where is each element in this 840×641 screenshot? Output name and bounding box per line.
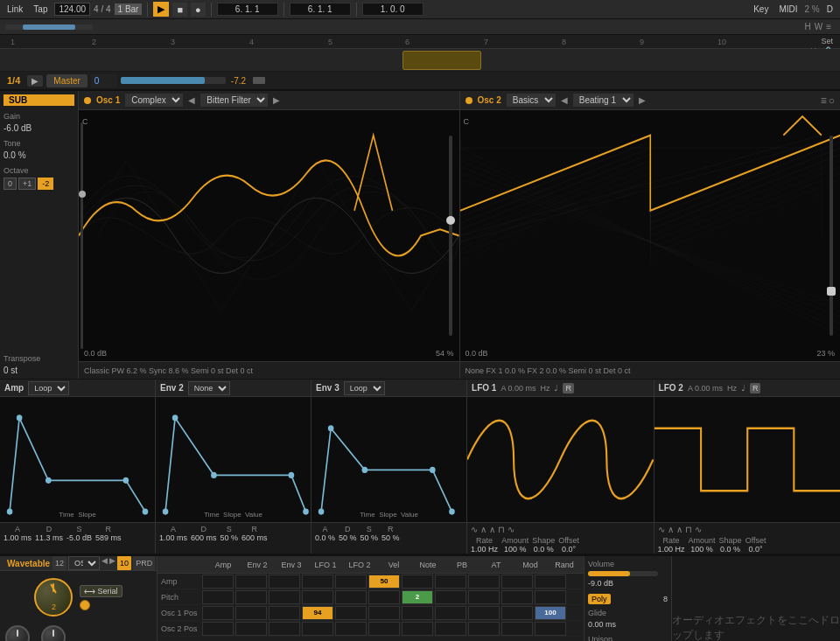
osc1-arrow-left[interactable]: ◀: [188, 95, 195, 105]
lfo1-shape-sine[interactable]: ∿: [471, 525, 478, 534]
osc2-vert-slider[interactable]: [830, 136, 833, 337]
cell-osc2-0[interactable]: [202, 622, 234, 636]
tone-value[interactable]: 0.0 %: [4, 150, 74, 160]
osc1-display[interactable]: 0.0 dB 54 % C: [79, 110, 459, 361]
h-button[interactable]: H: [804, 22, 810, 31]
wt-main-knob[interactable]: 2: [34, 578, 73, 617]
lfo2-shape-tri[interactable]: ∧: [668, 525, 674, 534]
cell-pitch-10[interactable]: [535, 590, 566, 604]
cell-osc2-1[interactable]: [235, 622, 267, 636]
lfo1-sync-btn[interactable]: ♩: [554, 383, 558, 393]
cell-osc1-8[interactable]: [468, 606, 500, 620]
transpose-value[interactable]: 0 st: [4, 366, 74, 375]
osc1-left-slider[interactable]: [80, 122, 83, 348]
cell-osc2-2[interactable]: [269, 622, 300, 636]
env3-loop-select[interactable]: Loop: [344, 381, 385, 395]
lfo2-shape-custom[interactable]: ∿: [695, 525, 702, 534]
wt-arrow-left[interactable]: ◀: [102, 556, 108, 570]
sub-label[interactable]: SUB: [4, 94, 74, 106]
cell-pitch-1[interactable]: [235, 590, 267, 604]
midi-label[interactable]: MIDI: [775, 3, 801, 15]
cell-osc2-9[interactable]: [501, 622, 533, 636]
lfo2-display[interactable]: [654, 397, 840, 522]
cell-amp-10[interactable]: [535, 575, 566, 589]
cell-osc2-6[interactable]: [402, 622, 433, 636]
cell-osc1-9[interactable]: [501, 606, 533, 620]
cell-amp-9[interactable]: [501, 575, 533, 589]
osc1-vert-slider[interactable]: [449, 136, 452, 337]
record-button[interactable]: ●: [191, 3, 206, 17]
volume-slider[interactable]: [588, 571, 658, 576]
bpm-display[interactable]: 124.00: [54, 3, 90, 16]
position-display2[interactable]: 6. 1. 1: [290, 3, 351, 16]
osc2-type-select[interactable]: Basics: [507, 94, 556, 107]
wt-mode-led[interactable]: [80, 600, 90, 610]
cell-amp-1[interactable]: [235, 575, 267, 589]
position-display3[interactable]: 1. 0. 0: [362, 3, 424, 16]
wt-12-btn[interactable]: 12: [52, 556, 66, 570]
play-button[interactable]: ▶: [153, 2, 169, 17]
db-val1[interactable]: 0: [91, 74, 117, 87]
cell-amp-0[interactable]: [202, 575, 234, 589]
lfo1-display[interactable]: [467, 397, 653, 522]
res-knob[interactable]: [5, 625, 30, 641]
osc1-label[interactable]: Osc 1: [96, 95, 120, 105]
poly-btn[interactable]: Poly: [588, 594, 611, 604]
osc2-arrow-right[interactable]: ▶: [639, 95, 646, 105]
menu-button[interactable]: ≡: [826, 22, 831, 31]
oct-1-btn[interactable]: +1: [18, 178, 36, 190]
cell-osc1-0[interactable]: [202, 606, 234, 620]
lfo1-shape-custom[interactable]: ∿: [508, 525, 514, 534]
lfo2-sync-btn[interactable]: ♩: [741, 383, 746, 393]
tap-button[interactable]: Tap: [30, 3, 51, 15]
osc2-label[interactable]: Osc 2: [478, 95, 501, 105]
cell-amp-6[interactable]: [402, 575, 433, 589]
osc1-arrow-right[interactable]: ▶: [273, 95, 280, 105]
osc1-type-select[interactable]: Complex: [125, 94, 183, 107]
wt-serial-btn[interactable]: ⟷ Serial: [80, 585, 122, 597]
link-button[interactable]: Link: [4, 3, 26, 15]
lfo2-shape-saw[interactable]: ∧: [676, 525, 682, 534]
master-name[interactable]: Master: [46, 74, 88, 87]
lfo2-shape-sine[interactable]: ∿: [658, 525, 665, 534]
env3-display[interactable]: Time Slope Value: [312, 397, 466, 522]
cell-pitch-7[interactable]: [435, 590, 466, 604]
cell-osc1-5[interactable]: [368, 606, 400, 620]
cell-osc1-4[interactable]: [335, 606, 367, 620]
cell-pitch-6[interactable]: 2: [402, 590, 433, 604]
osc2-circle-btn[interactable]: ○: [829, 94, 835, 107]
cell-osc2-7[interactable]: [435, 622, 466, 636]
env2-type-select[interactable]: None: [188, 381, 230, 395]
oct-0-btn[interactable]: 0: [4, 178, 17, 190]
cell-pitch-2[interactable]: [269, 590, 300, 604]
position-display[interactable]: 6. 1. 1: [217, 3, 278, 16]
osc2-arrow-left[interactable]: ◀: [561, 95, 568, 105]
d-label[interactable]: D: [823, 3, 836, 15]
cell-pitch-3[interactable]: [302, 590, 333, 604]
amp-env-display[interactable]: Time Slope: [0, 397, 155, 522]
effect-drop-area[interactable]: オーディオエフェクトをここへドロップします: [672, 556, 840, 641]
osc2-led[interactable]: [466, 97, 472, 104]
play-master-btn[interactable]: ▶: [27, 75, 43, 87]
osc2-slider-handle[interactable]: [827, 287, 836, 296]
lfo1-hz-label[interactable]: Hz: [540, 384, 550, 393]
stop-button[interactable]: ■: [172, 3, 187, 17]
cell-osc1-3[interactable]: 94: [302, 606, 333, 620]
wt-10-btn[interactable]: 10: [117, 556, 131, 570]
osc2-filter-select[interactable]: Beating 1: [573, 94, 634, 107]
cell-pitch-5[interactable]: [368, 590, 400, 604]
cell-osc2-5[interactable]: [368, 622, 400, 636]
cell-amp-3[interactable]: [302, 575, 333, 589]
osc2-display[interactable]: 0.0 dB 23 % C: [460, 110, 841, 361]
wt-osr-select[interactable]: OSR: [68, 556, 100, 570]
cell-osc2-3[interactable]: [302, 622, 333, 636]
lfo1-shape-tri[interactable]: ∧: [480, 525, 486, 534]
master-volume-slider[interactable]: [121, 77, 226, 84]
cell-osc2-8[interactable]: [468, 622, 500, 636]
lfo1-shape-sq[interactable]: ⊓: [498, 525, 505, 534]
cell-pitch-0[interactable]: [202, 590, 234, 604]
cell-amp-5[interactable]: 50: [368, 575, 400, 589]
cell-osc2-10[interactable]: [535, 622, 566, 636]
cell-amp-4[interactable]: [335, 575, 367, 589]
cell-pitch-4[interactable]: [335, 590, 367, 604]
